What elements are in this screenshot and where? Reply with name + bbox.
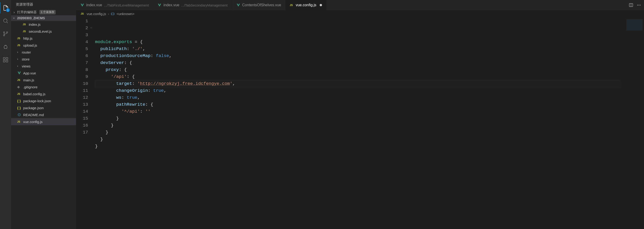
editor-tab[interactable]: JSvue.config.js	[286, 0, 326, 10]
code-line[interactable]: devServer: {	[95, 59, 621, 66]
js-icon: JS	[23, 30, 27, 33]
split-editor-button[interactable]	[629, 3, 633, 8]
chevron-down-icon: ›	[12, 16, 16, 20]
code-line[interactable]: }	[95, 115, 621, 122]
file-tree-item[interactable]: ›router	[11, 49, 76, 56]
chevron-right-icon: ›	[12, 10, 16, 14]
file-tree-item[interactable]: JSvue.config.js	[11, 118, 76, 125]
js-icon: JS	[23, 23, 27, 26]
activity-debug[interactable]	[0, 41, 11, 52]
fold-indicator: ⋯	[90, 24, 92, 32]
code-line[interactable]: proxy: {	[95, 66, 621, 73]
code-line[interactable]: '^/api': ''	[95, 108, 621, 115]
js-icon: JS	[290, 4, 294, 6]
minimap[interactable]	[621, 17, 644, 229]
code-line[interactable]: '/api': {	[95, 73, 621, 80]
file-tree-item[interactable]: ›store	[11, 56, 76, 62]
svg-point-4	[4, 46, 7, 49]
line-number: 3	[76, 32, 88, 38]
line-number: 2	[76, 24, 88, 32]
file-tree-item[interactable]: JSupload.js	[11, 42, 76, 49]
vue-icon	[158, 3, 162, 7]
explorer-badge: 1	[6, 8, 10, 12]
file-label: http.js	[23, 36, 32, 40]
json-icon: { }	[17, 99, 21, 103]
editor-tab[interactable]: ContentsOfShelves.vue	[232, 0, 286, 10]
code-line[interactable]: changeOrigin: true,	[95, 87, 621, 94]
chevron-right-icon: ›	[17, 50, 20, 54]
search-icon	[2, 18, 8, 24]
line-number: 16	[76, 122, 88, 129]
file-tree-item[interactable]: ›views	[11, 62, 76, 70]
activity-search[interactable]	[0, 15, 11, 26]
file-label: upload.js	[23, 43, 37, 47]
file-tree-item[interactable]: { }package.json	[11, 104, 76, 111]
code-line[interactable]: }	[95, 129, 621, 136]
more-actions-button[interactable]	[636, 3, 641, 8]
line-number: 1	[76, 18, 88, 24]
activity-source-control[interactable]	[0, 28, 11, 40]
tab-label: vue.config.js	[296, 3, 316, 7]
code-line[interactable]: }	[95, 136, 621, 143]
line-number: 4	[76, 38, 88, 46]
editor-tab[interactable]: index.vue.../TabSecondaryManagement	[153, 0, 232, 10]
svg-point-12	[639, 5, 639, 6]
file-label: babel.config.js	[23, 92, 46, 96]
activity-explorer[interactable]: 1	[0, 2, 11, 14]
open-editors-header[interactable]: › 打开的编辑器 1 个未保存	[11, 9, 76, 15]
editor-main: index.vue.../TabFirstLevelManagementinde…	[76, 0, 644, 229]
svg-rect-5	[3, 58, 5, 59]
symbol-icon	[111, 12, 114, 16]
chevron-right-icon: ›	[17, 64, 20, 68]
code-line[interactable]: }	[95, 122, 621, 129]
line-number: 8	[76, 66, 88, 73]
code-line[interactable]: }	[95, 143, 621, 150]
code-line[interactable]: module.exports = {	[95, 38, 621, 46]
svg-rect-7	[6, 60, 8, 62]
file-tree-item[interactable]: JSmain.js	[11, 76, 76, 84]
file-label: views	[22, 64, 30, 68]
more-icon	[636, 3, 641, 8]
file-tree-item[interactable]: App.vue	[11, 70, 76, 76]
code-line[interactable]: productionSourceMap: false,	[95, 52, 621, 59]
code-line[interactable]: publicPath: './',	[95, 46, 621, 52]
file-tree-item[interactable]: JSindex.js	[11, 21, 76, 28]
svg-point-2	[4, 35, 5, 36]
file-tree-item[interactable]: README.md	[11, 111, 76, 118]
git-icon: ◆	[17, 85, 21, 89]
editor-area[interactable]: 1234567891011121314151617 ⋯ module.expor…	[76, 17, 644, 229]
activity-extensions[interactable]	[0, 54, 11, 65]
code-line[interactable]: target: 'http://ngrokzyj.free.idcfengye.…	[95, 80, 621, 87]
project-header[interactable]: › 20200303_ZHCMS	[11, 15, 76, 21]
editor-tab[interactable]: index.vue.../TabFirstLevelManagement	[76, 0, 153, 10]
code-line[interactable]	[95, 150, 621, 157]
svg-point-1	[4, 32, 5, 33]
code-line[interactable]: pathRewrite: {	[95, 101, 621, 108]
svg-rect-14	[111, 13, 114, 15]
code-line[interactable]: ws: true,	[95, 94, 621, 101]
editor-tabs: index.vue.../TabFirstLevelManagementinde…	[76, 0, 644, 10]
file-tree-item[interactable]: JSsecondLevel.js	[11, 28, 76, 35]
line-number: 9	[76, 73, 88, 80]
file-tree-item[interactable]: ◆.gitignore	[11, 84, 76, 90]
vue-icon	[236, 3, 240, 7]
breadcrumb-file: vue.config.js	[87, 12, 106, 16]
extensions-icon	[2, 57, 8, 63]
minimap-viewport	[626, 19, 642, 30]
file-tree-item[interactable]: JShttp.js	[11, 35, 76, 42]
file-label: .gitignore	[23, 85, 38, 89]
svg-point-11	[637, 5, 638, 6]
tab-hint: .../TabSecondaryManagement	[181, 3, 228, 7]
file-tree-item[interactable]: JSbabel.config.js	[11, 90, 76, 97]
breadcrumb[interactable]: JS vue.config.js › <unknown>	[76, 10, 644, 17]
tab-hint: .../TabFirstLevelManagement	[104, 3, 149, 7]
file-tree-item[interactable]: { }package-lock.json	[11, 97, 76, 104]
svg-point-3	[6, 32, 8, 33]
code-content[interactable]: ⋯ module.exports = { publicPath: './', p…	[92, 17, 621, 229]
svg-rect-6	[3, 60, 5, 62]
line-number: 10	[76, 80, 88, 87]
tab-label: ContentsOfShelves.vue	[242, 3, 281, 7]
file-label: package-lock.json	[23, 99, 51, 103]
svg-rect-8	[6, 58, 8, 59]
svg-point-0	[4, 19, 7, 22]
